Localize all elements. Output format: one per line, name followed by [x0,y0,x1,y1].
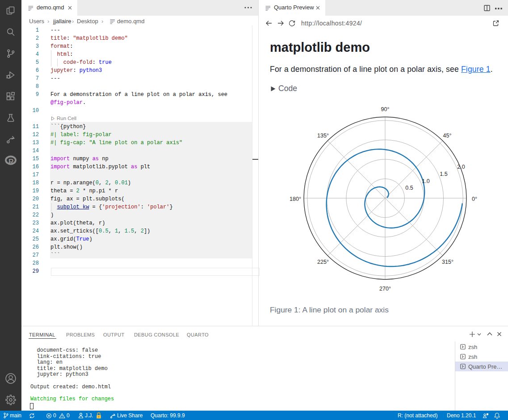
svg-text:R: R [8,158,14,166]
svg-text:90°: 90° [381,106,390,112]
svg-text:0.5: 0.5 [405,185,413,191]
svg-text:1.5: 1.5 [440,171,447,177]
svg-text:0°: 0° [472,196,477,202]
svg-text:2.0: 2.0 [457,164,465,170]
svg-text:1.0: 1.0 [422,178,429,184]
svg-text:225°: 225° [317,259,329,265]
svg-text:135°: 135° [317,133,329,139]
svg-text:270°: 270° [379,286,391,292]
svg-text:45°: 45° [443,133,452,139]
svg-text:180°: 180° [290,196,301,202]
svg-text:315°: 315° [442,259,453,265]
